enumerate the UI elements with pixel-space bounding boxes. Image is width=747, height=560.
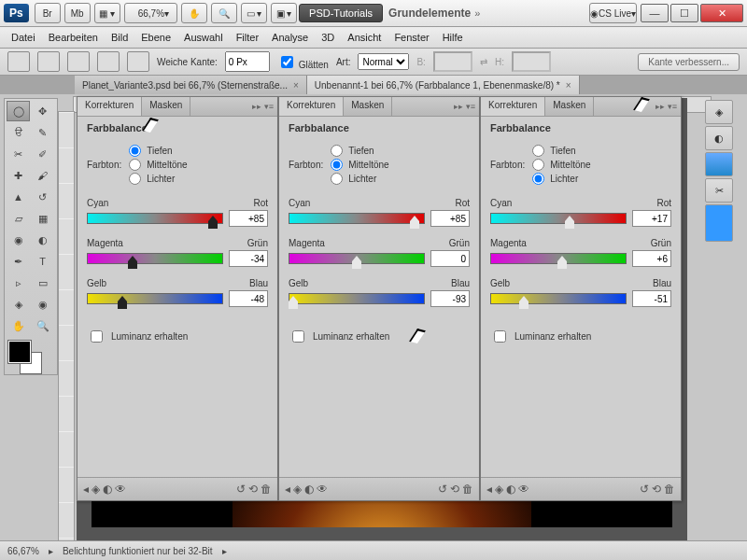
arrange-button[interactable]: ▭ ▾ <box>241 3 267 23</box>
zoom-tool[interactable]: 🔍 <box>31 315 54 336</box>
cyan-red-slider[interactable] <box>289 213 425 224</box>
color-swatches[interactable] <box>7 341 49 372</box>
menu-auswahl[interactable]: Auswahl <box>184 32 223 43</box>
menu-datei[interactable]: Datei <box>11 32 35 43</box>
hand-tool[interactable]: ✋ <box>7 315 30 336</box>
layer-icon[interactable]: ◈ <box>293 483 302 496</box>
view-extras-button[interactable]: ▦ ▾ <box>94 3 120 23</box>
trash-icon[interactable]: 🗑 <box>261 483 272 496</box>
menu-icon[interactable]: ▾≡ <box>466 102 475 111</box>
mg-value[interactable] <box>229 250 268 267</box>
selection-new-icon[interactable] <box>37 51 60 72</box>
radio-tiefen[interactable]: Tiefen <box>129 145 187 157</box>
menu-ebene[interactable]: Ebene <box>141 32 171 43</box>
clip-icon[interactable]: ◐ <box>304 483 314 496</box>
eraser-tool[interactable]: ▱ <box>7 208 30 229</box>
magenta-green-slider[interactable] <box>289 253 425 264</box>
tab-masken[interactable]: Masken <box>142 97 190 116</box>
feather-input[interactable] <box>225 51 270 72</box>
minimize-button[interactable]: — <box>641 4 669 22</box>
doc-tab-2[interactable]: Unbenannt-1 bei 66,7% (Farbbalance 1, Eb… <box>307 76 580 94</box>
tab-masken[interactable]: Masken <box>344 97 392 116</box>
color-panel-icon[interactable]: ◐ <box>705 126 733 150</box>
close-button[interactable]: ✕ <box>700 4 743 22</box>
menu-icon[interactable]: ▾≡ <box>264 102 274 111</box>
mg-value[interactable] <box>430 250 470 267</box>
reset-icon[interactable]: ↺ <box>236 483 246 496</box>
cyan-red-slider[interactable] <box>87 213 223 224</box>
radio-lichter[interactable]: Lichter <box>532 173 590 185</box>
yb-value[interactable] <box>632 290 671 307</box>
trash-icon[interactable]: 🗑 <box>462 483 473 496</box>
menu-bearbeiten[interactable]: Bearbeiten <box>49 32 98 43</box>
collapse-icon[interactable]: ▸▸ <box>454 102 463 111</box>
menu-ansicht[interactable]: Ansicht <box>347 32 381 43</box>
dodge-tool[interactable]: ◐ <box>31 230 54 250</box>
layers-panel-icon[interactable]: ◈ <box>705 100 733 124</box>
collapse-icon[interactable]: ▸▸ <box>655 102 665 111</box>
tab-korrekturen[interactable]: Korrekturen <box>78 97 142 116</box>
pen-tool[interactable]: ✒ <box>7 251 30 272</box>
selection-intersect-icon[interactable] <box>127 51 149 72</box>
reset-icon[interactable]: ↺ <box>438 483 447 496</box>
path-select-tool[interactable]: ▹ <box>7 273 30 293</box>
magenta-green-slider[interactable] <box>490 253 627 264</box>
shape-tool[interactable]: ▭ <box>31 273 54 293</box>
type-tool[interactable]: T <box>31 251 54 272</box>
prev-icon[interactable]: ⟲ <box>450 483 459 496</box>
hand-tool-button[interactable]: ✋ <box>181 3 207 23</box>
radio-mitteltone[interactable]: Mitteltöne <box>129 159 187 171</box>
clip-icon[interactable]: ◐ <box>506 483 515 496</box>
clip-icon[interactable]: ◐ <box>103 483 112 496</box>
close-icon[interactable]: × <box>293 80 299 91</box>
doc-tab-1[interactable]: Planet_Variante3.psd bei 66,7% (Sternens… <box>75 76 307 94</box>
lasso-tool[interactable]: ੳ <box>7 122 30 143</box>
yellow-blue-slider[interactable] <box>490 293 627 304</box>
menu-icon[interactable]: ▾≡ <box>668 102 677 111</box>
yb-value[interactable] <box>430 290 470 307</box>
layer-icon[interactable]: ◈ <box>92 483 100 496</box>
cr-value[interactable] <box>632 210 671 227</box>
prev-icon[interactable]: ⟲ <box>248 483 258 496</box>
back-icon[interactable]: ◂ <box>486 483 492 496</box>
history-brush-tool[interactable]: ↺ <box>31 187 54 207</box>
brand-tag[interactable]: PSD-Tutorials <box>299 4 383 22</box>
cslive-button[interactable]: ◉ CS Live ▾ <box>589 3 637 23</box>
tab-korrekturen[interactable]: Korrekturen <box>279 97 344 116</box>
collapse-icon[interactable]: ▸▸ <box>252 102 261 111</box>
menu-filter[interactable]: Filter <box>236 32 259 43</box>
close-icon[interactable]: × <box>566 80 571 91</box>
screen-mode-button[interactable]: ▣ ▾ <box>271 3 297 23</box>
workspace-name[interactable]: Grundelemente <box>388 7 471 20</box>
prev-icon[interactable]: ⟲ <box>652 483 661 496</box>
luminance-checkbox[interactable]: Luminanz erhalten <box>289 328 470 345</box>
bridge-button[interactable]: Br <box>35 3 61 23</box>
gradient-tool[interactable]: ▦ <box>31 208 54 229</box>
menu-bild[interactable]: Bild <box>111 32 128 43</box>
healing-tool[interactable]: ✚ <box>7 165 30 186</box>
3d-camera-tool[interactable]: ◉ <box>31 294 54 315</box>
zoom-tool-button[interactable]: 🔍 <box>211 3 237 23</box>
radio-tiefen[interactable]: Tiefen <box>331 145 388 157</box>
yellow-blue-slider[interactable] <box>289 293 425 304</box>
brush-tool[interactable]: 🖌 <box>31 165 54 186</box>
zoom-dropdown[interactable]: 66,7% ▾ <box>124 3 177 23</box>
minibridge-button[interactable]: Mb <box>64 3 91 23</box>
luminance-checkbox[interactable]: Luminanz erhalten <box>87 328 268 345</box>
tab-korrekturen[interactable]: Korrekturen <box>481 97 545 116</box>
back-icon[interactable]: ◂ <box>285 483 290 496</box>
antialias-checkbox[interactable]: Glätten <box>277 53 329 71</box>
tab-masken[interactable]: Masken <box>545 97 594 116</box>
3d-tool[interactable]: ◈ <box>7 294 30 315</box>
selection-sub-icon[interactable] <box>97 51 120 72</box>
trash-icon[interactable]: 🗑 <box>664 483 675 496</box>
current-tool-icon[interactable] <box>7 51 30 72</box>
radio-lichter[interactable]: Lichter <box>129 173 187 185</box>
style-select[interactable]: Normal <box>358 53 409 70</box>
reset-icon[interactable]: ↺ <box>640 483 649 496</box>
menu-fenster[interactable]: Fenster <box>394 32 429 43</box>
status-zoom[interactable]: 66,67% <box>7 546 39 556</box>
luminance-checkbox[interactable]: Luminanz erhalten <box>490 328 671 345</box>
eye-icon[interactable]: 👁 <box>518 483 529 496</box>
eyedropper-tool[interactable]: ✐ <box>31 144 54 164</box>
